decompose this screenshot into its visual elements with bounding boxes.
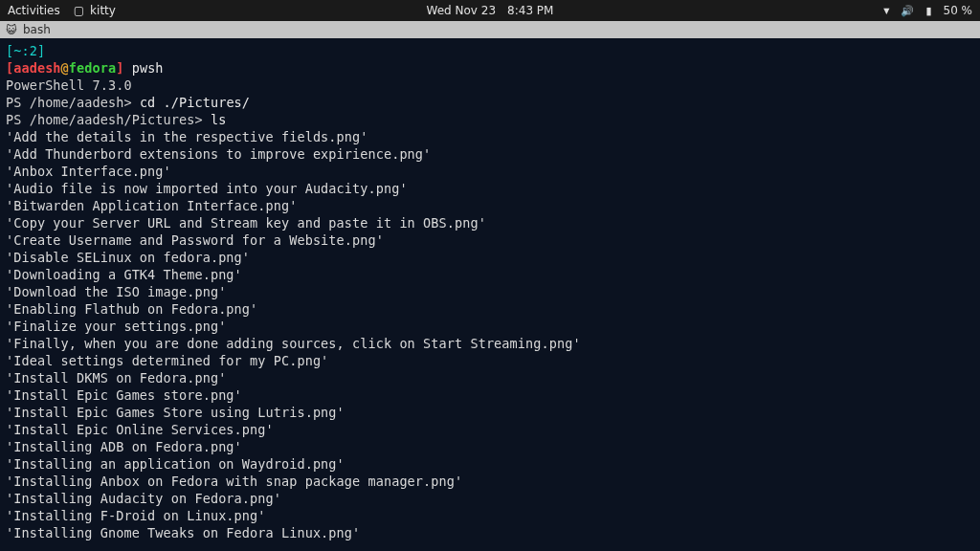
- tab-app-icon: 😺: [6, 24, 17, 35]
- battery-icon: ▮: [925, 5, 931, 17]
- ls-output-line: 'Create Username and Password for a Webs…: [6, 232, 384, 248]
- ls-output-line: 'Downloading a GTK4 Theme.png': [6, 267, 242, 282]
- ls-output-line: 'Installing Gnome Tweaks on Fedora Linux…: [6, 525, 360, 540]
- ls-output-line: 'Download the ISO image.png': [6, 284, 226, 299]
- prompt2-at: @: [61, 60, 69, 76]
- gnome-topbar: Activities ▢ kitty Wed Nov 23 8:43 PM ▼ …: [0, 0, 980, 21]
- ls-output-line: 'Audio file is now imported into your Au…: [6, 181, 408, 196]
- date-label: Wed Nov 23: [427, 4, 496, 17]
- ls-output-line: 'Bitwarden Application Interface.png': [6, 198, 297, 213]
- terminal-tabbar: 😺 bash: [0, 21, 980, 38]
- ls-output-line: 'Installing Audacity on Fedora.png': [6, 491, 281, 506]
- ls-output-line: 'Anbox Interface.png': [6, 164, 171, 179]
- ls-output-line: 'Finalize your settings.png': [6, 319, 226, 334]
- cmd-ls: ls: [211, 112, 226, 127]
- prompt2-bracket-close: ]: [116, 60, 123, 76]
- ps-prompt-1: PS /home/aadesh>: [6, 95, 140, 110]
- battery-percent-label: 50 %: [944, 4, 973, 17]
- volume-icon: 🔊: [901, 5, 914, 17]
- prompt2-host: fedora: [69, 60, 116, 76]
- prompt-jobnum: 2: [30, 43, 37, 58]
- topbar-app[interactable]: ▢ kitty: [74, 4, 116, 17]
- ps-prompt-2: PS /home/aadesh/Pictures>: [6, 112, 211, 127]
- prompt2-user: aadesh: [13, 60, 60, 76]
- topbar-left: Activities ▢ kitty: [8, 4, 116, 17]
- prompt-bracket-open: [: [6, 43, 13, 58]
- activities-button[interactable]: Activities: [8, 4, 60, 17]
- ls-output-line: 'Installing ADB on Fedora.png': [6, 439, 242, 454]
- ls-output-line: 'Disable SELinux on fedora.png': [6, 250, 250, 265]
- ls-output-line: 'Install DKMS on Fedora.png': [6, 370, 226, 386]
- cmd-pwsh: pwsh: [132, 60, 164, 76]
- prompt-bracket-close: ]: [37, 43, 45, 58]
- time-label: 8:43 PM: [507, 4, 553, 17]
- powershell-version: PowerShell 7.3.0: [6, 77, 132, 93]
- ls-output-line: 'Finally, when you are done adding sourc…: [6, 336, 581, 351]
- prompt2-bracket-open: [: [6, 60, 13, 76]
- ls-output-line: 'Installing an application on Waydroid.p…: [6, 456, 345, 472]
- terminal-viewport[interactable]: [~:2] [aadesh@fedora] pwsh PowerShell 7.…: [0, 38, 980, 551]
- topbar-status-area[interactable]: ▼ 🔊 ▮ 50 %: [883, 4, 972, 17]
- cmd-cd: cd ./Pictures/: [140, 95, 250, 110]
- ls-output-line: 'Copy your Server URL and Stream key and…: [6, 215, 486, 231]
- ls-output-line: 'Enabling Flathub on Fedora.png': [6, 301, 257, 317]
- app-name-label: kitty: [90, 4, 116, 17]
- topbar-clock[interactable]: Wed Nov 23 8:43 PM: [427, 4, 554, 17]
- prompt-colon: :: [21, 43, 29, 58]
- app-indicator-icon: ▢: [74, 4, 84, 17]
- menu-chevron-icon: ▼: [883, 7, 889, 15]
- ls-output-line: 'Installing F-Droid on Linux.png': [6, 508, 266, 523]
- ls-output-line: 'Install Epic Games Store using Lutris.p…: [6, 405, 345, 420]
- ls-output-line: 'Installing Anbox on Fedora with snap pa…: [6, 474, 462, 489]
- ls-output-line: 'Add Thunderbord extensions to improve e…: [6, 146, 431, 162]
- ls-output-line: 'Install Epic Games store.png': [6, 387, 242, 403]
- ls-output-line: 'Install Epic Online Services.png': [6, 422, 274, 437]
- ls-output-line: 'Ideal settings determined for my PC.png…: [6, 353, 328, 368]
- ls-output-line: 'Add the details in the respective field…: [6, 129, 368, 144]
- tab-title[interactable]: bash: [23, 23, 51, 36]
